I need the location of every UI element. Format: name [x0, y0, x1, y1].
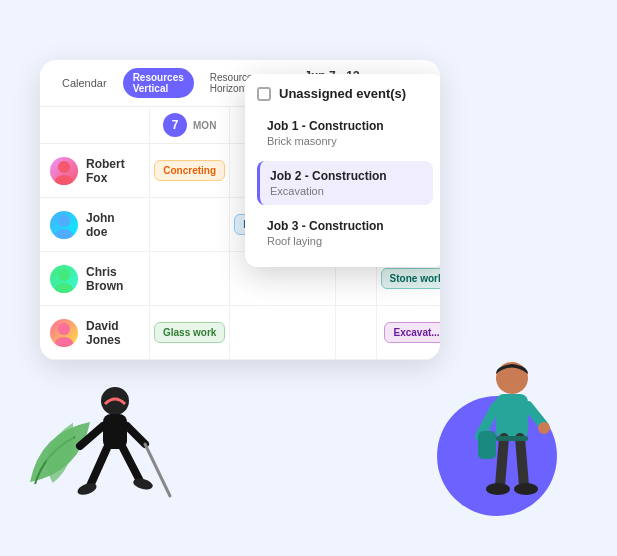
avatar-john-doe: [50, 211, 78, 239]
dj-day1-cell[interactable]: Glass work: [150, 306, 230, 360]
svg-line-22: [500, 438, 504, 486]
rf-day1-cell[interactable]: Concreting: [150, 144, 230, 198]
cb-day1-cell[interactable]: [150, 252, 230, 306]
resource-row-chris-brown: Chris Brown: [40, 252, 150, 306]
day1-name: MON: [193, 120, 216, 131]
resource-row-david-jones: David Jones: [40, 306, 150, 360]
svg-line-11: [127, 426, 145, 444]
svg-point-24: [486, 483, 510, 495]
svg-rect-18: [496, 394, 528, 439]
svg-point-5: [55, 283, 73, 293]
calendar-tab[interactable]: Calendar: [52, 73, 117, 93]
resource-name-david-jones: David Jones: [86, 319, 139, 347]
resource-name-john-doe: John doe: [86, 211, 139, 239]
svg-rect-27: [496, 436, 528, 441]
excavation-event[interactable]: Excavat...: [384, 322, 440, 343]
stone-work-event[interactable]: Stone work: [381, 268, 440, 289]
job2-title: Job 2 - Construction: [270, 169, 423, 183]
svg-point-0: [58, 161, 70, 173]
calendar-card: Unassigned event(s) Job 1 - Construction…: [40, 60, 440, 360]
job1-subtitle: Brick masonry: [267, 135, 423, 147]
svg-point-21: [538, 422, 550, 434]
rv-line1: Resources: [133, 72, 184, 83]
glass-work-event[interactable]: Glass work: [154, 322, 225, 343]
day1-num: 7: [163, 113, 187, 137]
dj-day4-cell[interactable]: Excavat...: [377, 306, 440, 360]
resources-vertical-tab[interactable]: Resources Vertical: [123, 68, 194, 98]
dropdown-header: Unassigned event(s): [257, 86, 433, 101]
name-column-header: [40, 107, 150, 144]
svg-line-12: [90, 448, 107, 486]
dj-day2-cell[interactable]: [230, 306, 336, 360]
jd-day1-cell[interactable]: [150, 198, 230, 252]
dropdown-title: Unassigned event(s): [279, 86, 406, 101]
resource-row-john-doe: John doe: [40, 198, 150, 252]
job2-subtitle: Excavation: [270, 185, 423, 197]
dropdown-item-job3[interactable]: Job 3 - Construction Roof laying: [257, 211, 433, 255]
svg-line-10: [80, 426, 103, 446]
character-right: [462, 356, 562, 536]
resource-name-robert-fox: Robert Fox: [86, 157, 139, 185]
job1-title: Job 1 - Construction: [267, 119, 423, 133]
avatar-chris-brown: [50, 265, 78, 293]
character-left: [55, 376, 175, 536]
svg-point-8: [101, 387, 129, 415]
job3-title: Job 3 - Construction: [267, 219, 423, 233]
svg-line-23: [520, 438, 524, 486]
svg-point-7: [55, 337, 73, 347]
svg-point-2: [58, 215, 70, 227]
avatar-robert-fox: [50, 157, 78, 185]
avatar-david-jones: [50, 319, 78, 347]
svg-rect-26: [478, 431, 496, 459]
unassigned-checkbox[interactable]: [257, 87, 271, 101]
dropdown-item-job2[interactable]: Job 2 - Construction Excavation: [257, 161, 433, 205]
resource-row-robert-fox: Robert Fox: [40, 144, 150, 198]
dj-day3-cell[interactable]: [336, 306, 376, 360]
svg-line-13: [123, 448, 140, 481]
svg-rect-9: [103, 414, 127, 449]
resource-name-chris-brown: Chris Brown: [86, 265, 139, 293]
svg-point-6: [58, 323, 70, 335]
svg-point-25: [514, 483, 538, 495]
day1-header: 7 MON: [150, 107, 230, 144]
rv-line2: Vertical: [133, 83, 169, 94]
job3-subtitle: Roof laying: [267, 235, 423, 247]
concreting-event[interactable]: Concreting: [154, 160, 225, 181]
svg-point-3: [55, 229, 73, 239]
unassigned-dropdown: Unassigned event(s) Job 1 - Construction…: [245, 74, 440, 267]
svg-point-1: [55, 175, 73, 185]
svg-point-4: [58, 269, 70, 281]
dropdown-item-job1[interactable]: Job 1 - Construction Brick masonry: [257, 111, 433, 155]
